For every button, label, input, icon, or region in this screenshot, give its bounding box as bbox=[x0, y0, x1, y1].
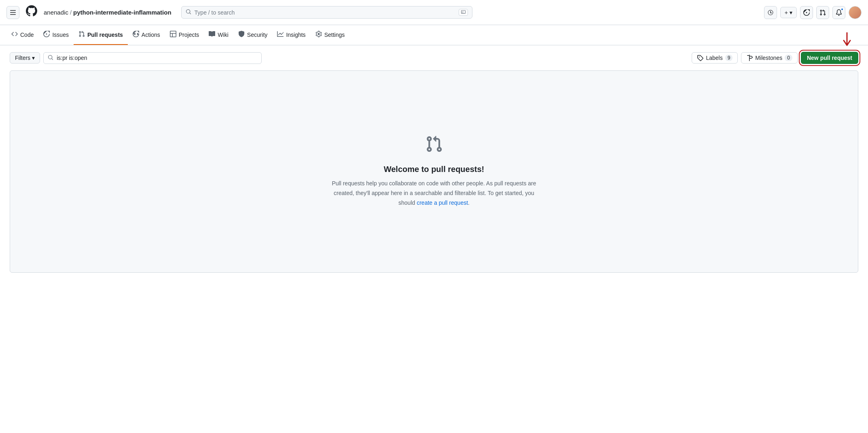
label-icon bbox=[697, 55, 703, 61]
notifications-button[interactable] bbox=[832, 6, 845, 19]
empty-desc-part2: . bbox=[468, 200, 470, 206]
avatar-image bbox=[849, 6, 861, 19]
settings-nav-icon bbox=[315, 31, 322, 38]
tab-issues-label: Issues bbox=[52, 32, 68, 38]
copilot-button[interactable] bbox=[764, 6, 777, 19]
tab-pull-requests[interactable]: Pull requests bbox=[74, 25, 128, 45]
milestone-icon bbox=[746, 55, 753, 61]
tab-settings-label: Settings bbox=[324, 32, 345, 38]
empty-state: Welcome to pull requests! Pull requests … bbox=[313, 111, 555, 232]
plus-icon: + bbox=[785, 9, 788, 16]
tab-insights[interactable]: Insights bbox=[272, 25, 310, 45]
filters-dropdown[interactable]: Filters ▾ bbox=[10, 52, 40, 64]
tab-projects-label: Projects bbox=[179, 32, 199, 38]
issues-icon bbox=[803, 9, 810, 16]
tab-actions-label: Actions bbox=[142, 32, 160, 38]
create-button[interactable]: + ▾ bbox=[780, 7, 797, 18]
search-shortcut-key bbox=[459, 9, 468, 16]
projects-nav-icon bbox=[170, 31, 176, 38]
milestones-count: 0 bbox=[785, 55, 792, 61]
pr-nav-icon bbox=[78, 31, 85, 38]
empty-state-icon bbox=[425, 135, 443, 157]
tab-code[interactable]: Code bbox=[6, 25, 38, 45]
hamburger-menu[interactable] bbox=[6, 6, 19, 19]
tab-issues[interactable]: Issues bbox=[38, 25, 73, 45]
wiki-nav-icon bbox=[209, 31, 215, 38]
milestones-label: Milestones bbox=[755, 55, 782, 61]
filter-right-actions: Labels 9 Milestones 0 New pull request bbox=[692, 52, 858, 64]
arrow-indicator bbox=[841, 32, 853, 48]
repo-nav-tabs: Code Issues Pull requests Actions bbox=[0, 25, 868, 45]
path-separator: / bbox=[70, 9, 72, 16]
pull-request-empty-icon bbox=[425, 135, 443, 153]
create-pr-link[interactable]: create a pull request bbox=[417, 200, 468, 206]
git-pull-request-icon bbox=[819, 9, 826, 16]
tab-settings[interactable]: Settings bbox=[311, 25, 350, 45]
github-mark-icon bbox=[26, 5, 37, 17]
tab-pull-requests-label: Pull requests bbox=[87, 32, 123, 38]
insights-nav-icon bbox=[277, 31, 284, 38]
new-pull-request-button[interactable]: New pull request bbox=[801, 52, 858, 64]
tab-insights-label: Insights bbox=[286, 32, 305, 38]
copilot-icon bbox=[767, 9, 774, 16]
main-content-area: Welcome to pull requests! Pull requests … bbox=[10, 70, 858, 273]
labels-count: 9 bbox=[725, 55, 733, 61]
filter-search-icon bbox=[48, 55, 53, 62]
empty-state-title: Welcome to pull requests! bbox=[384, 165, 485, 174]
hamburger-icon bbox=[10, 9, 16, 16]
code-icon bbox=[11, 31, 18, 38]
tab-wiki-label: Wiki bbox=[218, 32, 228, 38]
filter-bar: Filters ▾ Labels 9 Mi bbox=[0, 45, 868, 70]
tab-code-label: Code bbox=[20, 32, 34, 38]
new-pr-label: New pull request bbox=[807, 55, 852, 61]
tab-projects[interactable]: Projects bbox=[165, 25, 204, 45]
down-arrow-icon bbox=[841, 32, 853, 47]
tab-actions[interactable]: Actions bbox=[128, 25, 165, 45]
issues-nav-icon bbox=[43, 31, 50, 38]
top-navbar: anenadic / python-intermediate-inflammat… bbox=[0, 0, 868, 25]
notification-dot bbox=[840, 8, 844, 11]
labels-label: Labels bbox=[706, 55, 722, 61]
github-logo[interactable] bbox=[26, 5, 37, 19]
labels-button[interactable]: Labels 9 bbox=[692, 52, 738, 64]
user-avatar[interactable] bbox=[849, 6, 862, 19]
create-chevron: ▾ bbox=[790, 9, 792, 16]
tab-security-label: Security bbox=[247, 32, 268, 38]
repo-name[interactable]: python-intermediate-inflammation bbox=[73, 9, 171, 16]
search-icon bbox=[186, 9, 191, 16]
issues-button[interactable] bbox=[800, 6, 813, 19]
pull-requests-nav-button[interactable] bbox=[816, 6, 829, 19]
empty-state-description: Pull requests help you collaborate on co… bbox=[329, 179, 539, 208]
filters-label: Filters bbox=[15, 55, 30, 61]
repo-breadcrumb: anenadic / python-intermediate-inflammat… bbox=[44, 9, 171, 16]
repo-owner[interactable]: anenadic bbox=[44, 9, 68, 16]
tab-security[interactable]: Security bbox=[233, 25, 273, 45]
filter-input-container[interactable] bbox=[43, 52, 262, 64]
global-search[interactable]: Type / to search bbox=[181, 6, 472, 19]
security-nav-icon bbox=[238, 31, 245, 38]
tab-wiki[interactable]: Wiki bbox=[204, 25, 233, 45]
milestones-button[interactable]: Milestones 0 bbox=[741, 52, 798, 64]
filters-chevron: ▾ bbox=[32, 55, 35, 61]
filter-search-input[interactable] bbox=[57, 55, 257, 61]
actions-nav-icon bbox=[133, 31, 139, 38]
navbar-actions: + ▾ bbox=[764, 6, 862, 19]
search-placeholder: Type / to search bbox=[195, 9, 455, 16]
